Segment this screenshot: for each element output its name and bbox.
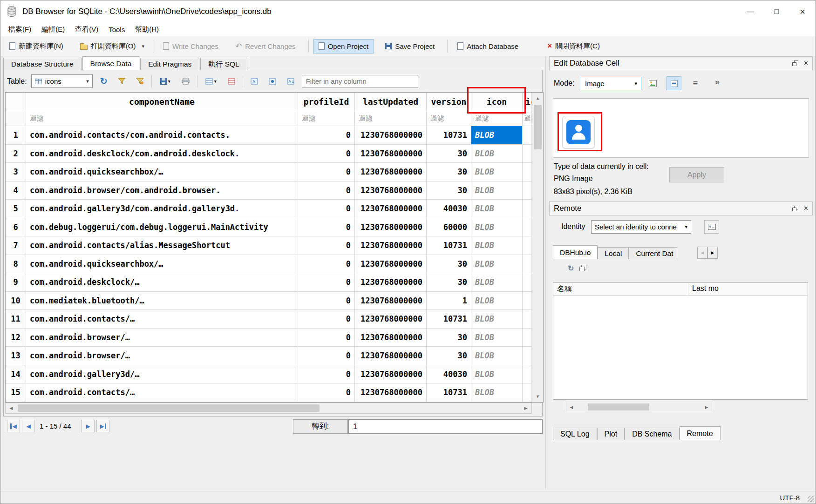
row-number[interactable]: 9 — [6, 273, 26, 292]
cell-profileid[interactable]: 0 — [298, 273, 355, 292]
global-filter-input[interactable] — [302, 75, 418, 88]
toolbar-overflow-icon[interactable]: » — [715, 77, 720, 87]
dock-tab-sql-log[interactable]: SQL Log — [553, 428, 597, 440]
table-select[interactable]: icons ▾ — [31, 74, 93, 88]
cell-version[interactable]: 40030 — [427, 365, 471, 384]
row-number[interactable]: 12 — [6, 329, 26, 347]
scroll-up-icon[interactable]: ▲ — [532, 93, 543, 104]
next-record-button[interactable]: ▶ — [82, 420, 95, 432]
sort-az-button[interactable]: A↓ — [284, 74, 298, 88]
remote-modified-header[interactable]: Last mo — [688, 283, 808, 296]
float-panel-icon[interactable] — [792, 60, 798, 66]
row-number[interactable]: 6 — [6, 218, 26, 237]
horizontal-scroll-thumb[interactable] — [18, 404, 320, 412]
cell-truncated[interactable] — [523, 310, 532, 329]
row-number[interactable]: 8 — [6, 255, 26, 274]
scroll-left-icon[interactable]: ◀ — [566, 402, 577, 412]
cell-profileid[interactable]: 0 — [298, 236, 355, 255]
cell-componentname[interactable]: com.mediatek.bluetooth/… — [26, 292, 298, 310]
corner-header-cell[interactable] — [6, 93, 26, 111]
cell-icon[interactable]: BLOB — [471, 255, 523, 274]
cell-truncated[interactable] — [523, 218, 532, 237]
write-changes-button[interactable]: Write Changes — [158, 39, 224, 54]
scroll-left-icon[interactable]: ◀ — [6, 403, 17, 413]
goto-start-record-button[interactable]: A — [247, 74, 261, 88]
cell-version[interactable]: 10731 — [427, 383, 471, 402]
vertical-scroll-thumb[interactable] — [534, 105, 542, 149]
close-database-button[interactable]: × 關閉資料庫(C) — [542, 38, 605, 54]
row-number[interactable]: 10 — [6, 292, 26, 310]
cell-icon[interactable]: BLOB — [471, 236, 523, 255]
row-number[interactable]: 5 — [6, 200, 26, 218]
tab-browse-data[interactable]: Browse Data — [82, 56, 140, 70]
cell-componentname[interactable]: com.android.gallery3d/com.android.galler… — [26, 200, 298, 218]
float-panel-icon[interactable] — [792, 206, 798, 211]
identity-settings-button[interactable] — [704, 220, 719, 234]
cell-icon[interactable]: BLOB — [471, 329, 523, 347]
cell-profileid[interactable]: 0 — [298, 163, 355, 181]
cell-componentname[interactable]: com.android.browser/… — [26, 347, 298, 365]
cell-icon[interactable]: BLOB — [471, 145, 523, 163]
menu-edit[interactable]: 編輯(E) — [36, 23, 70, 36]
filter-version[interactable]: 過濾 — [427, 111, 471, 126]
cell-truncated[interactable] — [523, 126, 532, 145]
cell-truncated[interactable] — [523, 347, 532, 365]
vertical-scrollbar[interactable]: ▲ ▼ — [532, 93, 543, 402]
cell-lastupdated[interactable]: 1230768000000 — [355, 200, 427, 218]
row-number[interactable]: 11 — [6, 310, 26, 329]
row-number[interactable]: 13 — [6, 347, 26, 365]
cell-profileid[interactable]: 0 — [298, 255, 355, 274]
cell-lastupdated[interactable]: 1230768000000 — [355, 218, 427, 237]
cell-truncated[interactable] — [523, 329, 532, 347]
previous-record-button[interactable]: ◀ — [22, 420, 35, 432]
cell-profileid[interactable]: 0 — [298, 365, 355, 384]
row-number[interactable]: 3 — [6, 163, 26, 181]
cell-lastupdated[interactable]: 1230768000000 — [355, 236, 427, 255]
cell-truncated[interactable] — [523, 236, 532, 255]
close-panel-icon[interactable]: × — [804, 59, 808, 67]
delete-record-button[interactable] — [224, 74, 238, 88]
cell-componentname[interactable]: com.android.browser/… — [26, 329, 298, 347]
cell-lastupdated[interactable]: 1230768000000 — [355, 163, 427, 181]
cell-componentname[interactable]: com.android.quicksearchbox/… — [26, 163, 298, 181]
cell-version[interactable]: 30 — [427, 273, 471, 292]
attach-database-button[interactable]: Attach Database — [452, 39, 524, 54]
scroll-right-icon[interactable]: ▶ — [701, 402, 712, 412]
dock-tab-db-schema[interactable]: DB Schema — [625, 428, 679, 440]
cell-icon[interactable]: BLOB — [471, 163, 523, 181]
column-header-truncated[interactable]: ic — [523, 93, 532, 111]
close-button[interactable]: × — [789, 0, 816, 23]
open-project-button[interactable]: Open Project — [313, 39, 374, 54]
menu-file[interactable]: 檔案(F) — [3, 23, 36, 36]
tab-database-structure[interactable]: Database Structure — [3, 58, 82, 70]
remote-tab-dbhub[interactable]: DBHub.io — [553, 245, 598, 259]
refresh-button[interactable]: ↻ — [97, 74, 111, 88]
resize-grip[interactable] — [808, 496, 814, 502]
cell-profileid[interactable]: 0 — [298, 200, 355, 218]
print-button[interactable] — [179, 74, 193, 88]
cell-truncated[interactable] — [523, 273, 532, 292]
cell-lastupdated[interactable]: 1230768000000 — [355, 365, 427, 384]
cell-truncated[interactable] — [523, 145, 532, 163]
cell-version[interactable]: 10731 — [427, 236, 471, 255]
tab-execute-sql[interactable]: 執行 SQL — [200, 58, 247, 70]
maximize-button[interactable]: □ — [763, 0, 789, 23]
cell-icon[interactable]: BLOB — [471, 200, 523, 218]
cell-version[interactable]: 30 — [427, 255, 471, 274]
tab-scroll-left-icon[interactable]: ◀ — [697, 247, 707, 259]
cell-truncated[interactable] — [523, 200, 532, 218]
cell-version[interactable]: 30 — [427, 329, 471, 347]
cell-componentname[interactable]: com.android.browser/com.android.browser. — [26, 181, 298, 200]
apply-button[interactable]: Apply — [669, 167, 724, 182]
first-record-button[interactable]: ◀ — [7, 420, 20, 432]
cell-version[interactable]: 1 — [427, 292, 471, 310]
cell-componentname[interactable]: com.debug.loggerui/com.debug.loggerui.Ma… — [26, 218, 298, 237]
remote-tab-current[interactable]: Current Dat — [629, 247, 677, 259]
menu-tools[interactable]: Tools — [103, 24, 130, 35]
column-header-profileid[interactable]: profileId — [298, 93, 355, 111]
tab-edit-pragmas[interactable]: Edit Pragmas — [140, 58, 199, 70]
cell-profileid[interactable]: 0 — [298, 181, 355, 200]
cell-lastupdated[interactable]: 1230768000000 — [355, 181, 427, 200]
last-record-button[interactable]: ▶ — [96, 420, 109, 432]
cell-componentname[interactable]: com.android.gallery3d/… — [26, 365, 298, 384]
